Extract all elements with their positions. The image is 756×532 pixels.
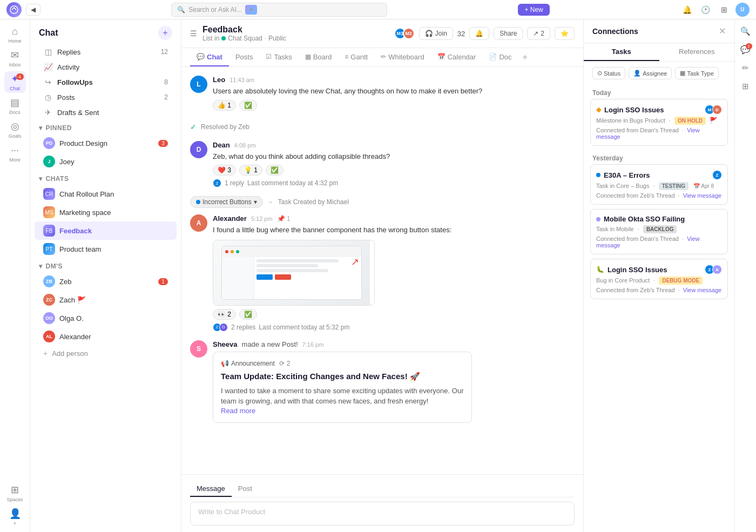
- message-input[interactable]: Write to Chat Product: [190, 502, 575, 526]
- board-tab-icon: ▦: [305, 53, 311, 60]
- notifications-btn[interactable]: 🔔: [680, 3, 694, 17]
- sidebar-item-chat-rollout[interactable]: CR Chat Rollout Plan: [35, 185, 177, 203]
- sidebar-item-drafts[interactable]: ✈ Drafts & Sent: [35, 105, 177, 120]
- alex-reaction-1[interactable]: 👀 2: [213, 309, 236, 320]
- pinned-section-header[interactable]: ▾ Pinned: [30, 120, 181, 134]
- zach-avatar: ZC: [43, 294, 55, 306]
- dean-reaction-1[interactable]: ❤️ 3: [213, 165, 236, 176]
- tab-doc[interactable]: 📄 Doc: [482, 49, 518, 66]
- conn-okta-header: Mobile Okta SSO Failing: [596, 215, 722, 223]
- member-count: 32: [457, 30, 465, 38]
- sidebar-item-inbox[interactable]: ✉ Inbox: [4, 48, 26, 69]
- alex-reaction-2[interactable]: ✅: [239, 309, 257, 320]
- sidebar-item-product-design[interactable]: PD Product Design 3: [35, 134, 177, 152]
- conn-item-login-sso-2[interactable]: 🐛 Login SSO Issues Z A Bug in Core Produ…: [590, 259, 728, 299]
- sidebar-item-marketing-space[interactable]: MS Marketing space: [35, 203, 177, 221]
- sidebar-item-add-member[interactable]: 👤 +: [4, 506, 26, 528]
- resolved-banner: ✓ Resolved by Zeb: [190, 119, 575, 134]
- followups-icon: ↪: [43, 78, 53, 86]
- sidebar-item-product-team[interactable]: PT Product team: [35, 240, 177, 258]
- read-more-link[interactable]: Read more: [221, 407, 464, 415]
- sidebar-item-home[interactable]: ⌂ Home: [4, 24, 26, 45]
- conn-tab-tasks[interactable]: Tasks: [584, 43, 659, 61]
- product-design-badge: 3: [158, 140, 168, 147]
- far-right-chat[interactable]: 💬 2: [738, 42, 753, 57]
- sidebar-item-zach[interactable]: ZC Zach 🚩: [35, 291, 177, 309]
- sidebar-item-replies[interactable]: ◫ Replies 12: [35, 44, 177, 59]
- sidebar-item-zeb[interactable]: ZB Zeb 1: [35, 272, 177, 291]
- filter-status[interactable]: ⊙ Status: [592, 67, 625, 79]
- conn-item-login-sso[interactable]: ◆ Login SSO Issues M D Milestone in Bugs…: [590, 99, 728, 146]
- leo-reaction-2[interactable]: ✅: [239, 100, 257, 111]
- clock-btn[interactable]: 🕐: [699, 3, 713, 17]
- add-member-icon: 👤: [9, 508, 21, 520]
- sidebar-add-button[interactable]: +: [158, 26, 172, 40]
- olga-label: Olga O.: [59, 314, 168, 322]
- app-logo[interactable]: [6, 2, 22, 17]
- tab-gantt[interactable]: ≡ Gantt: [338, 49, 374, 66]
- product-team-label: Product team: [59, 245, 168, 253]
- close-dot: [225, 250, 228, 253]
- sidebar-item-olga[interactable]: OO Olga O.: [35, 309, 177, 327]
- sidebar-item-followups[interactable]: ↪ FollowUps 8: [35, 75, 177, 90]
- dean-reaction-3[interactable]: ✅: [266, 165, 284, 176]
- star-button[interactable]: ⭐: [555, 27, 575, 40]
- sidebar-item-spaces[interactable]: ⊞ Spaces: [4, 482, 26, 504]
- home-icon: ⌂: [12, 26, 18, 37]
- tab-posts[interactable]: Posts: [229, 49, 260, 66]
- share-button[interactable]: Share: [494, 27, 523, 40]
- user-avatar[interactable]: U: [735, 3, 750, 17]
- sidebar-item-chat[interactable]: 4 ✦ Chat: [4, 71, 26, 93]
- far-right-search[interactable]: 🔍: [738, 24, 753, 39]
- icon-sidebar: ⌂ Home ✉ Inbox 4 ✦ Chat ▤ Docs ◎ Goals ·…: [0, 19, 30, 532]
- chats-section-header[interactable]: ▾ Chats: [30, 171, 181, 185]
- tab-board[interactable]: ▦ Board: [299, 49, 339, 66]
- sidebar-item-joey[interactable]: J Joey: [35, 152, 177, 171]
- conn-tab-references[interactable]: References: [659, 43, 735, 61]
- ai-badge[interactable]: ✦: [245, 5, 257, 15]
- connections-close-btn[interactable]: ✕: [719, 26, 726, 36]
- tab-add-btn[interactable]: +: [518, 48, 532, 66]
- sidebar-item-goals[interactable]: ◎ Goals: [4, 119, 26, 140]
- global-search[interactable]: 🔍 Search or Ask AI... ✦: [171, 3, 387, 17]
- alexander-replies[interactable]: Z D 2 replies Last comment today at 5:32…: [213, 323, 575, 332]
- announcement-icon: 📢: [221, 360, 229, 367]
- tab-chat[interactable]: 💬 Chat: [190, 49, 229, 66]
- filter-task-type[interactable]: ▦ Task Type: [675, 67, 718, 79]
- conn-login-sso2-view[interactable]: View message: [683, 287, 721, 293]
- sidebar-item-docs[interactable]: ▤ Docs: [4, 95, 26, 117]
- tasks-tab-icon: ☑: [266, 53, 272, 60]
- add-person-button[interactable]: + Add person: [35, 346, 177, 361]
- share-count-btn[interactable]: ↗ 2: [527, 27, 550, 40]
- far-right-grid[interactable]: ⊞: [738, 79, 753, 94]
- apps-btn[interactable]: ⊞: [717, 3, 731, 17]
- alexander-msg-avatar: A: [190, 214, 207, 232]
- sidebar-item-posts[interactable]: ◷ Posts 2: [35, 90, 177, 105]
- dean-replies[interactable]: Z 1 reply Last comment today at 4:32 pm: [213, 179, 575, 187]
- add-person-label: Add person: [52, 349, 88, 358]
- far-right-pencil[interactable]: ✏: [738, 60, 753, 76]
- nav-back-btn[interactable]: ◀: [26, 4, 40, 16]
- sidebar-item-more[interactable]: ··· More: [4, 143, 26, 164]
- filter-assignee[interactable]: 👤 Assignee: [629, 67, 672, 79]
- tab-calendar[interactable]: 📅 Calendar: [431, 49, 483, 66]
- input-tab-post[interactable]: Post: [232, 481, 259, 497]
- tab-tasks[interactable]: ☑ Tasks: [259, 49, 298, 66]
- new-button[interactable]: + New: [518, 4, 549, 16]
- conn-e30a-view[interactable]: View message: [683, 192, 721, 199]
- input-tab-message[interactable]: Message: [190, 481, 232, 497]
- dean-reaction-2[interactable]: 💡 1: [239, 165, 262, 176]
- tab-whiteboard[interactable]: ✏ Whiteboard: [374, 49, 430, 66]
- join-button[interactable]: 🎧 Join: [419, 27, 453, 40]
- conn-login-sso-title: ◆ Login SSO Issues: [596, 106, 664, 114]
- sidebar-item-feedback[interactable]: FB Feedback: [35, 221, 177, 240]
- dms-section-header[interactable]: ▾ DM's: [30, 258, 181, 272]
- notifications-channel-btn[interactable]: 🔔: [469, 27, 489, 40]
- conn-item-mobile-okta[interactable]: Mobile Okta SSO Failing Task in Mobile ·…: [590, 209, 728, 254]
- sidebar-item-activity[interactable]: 📈 Activity: [35, 59, 177, 75]
- leo-reaction-1[interactable]: 👍 1: [213, 100, 236, 111]
- conn-login-sso2-source: Connected from Zeb's Thread · View messa…: [596, 287, 722, 293]
- conn-item-e30a[interactable]: E30A – Errors Z Task in Core – Bugs · TE…: [590, 164, 728, 205]
- task-pill[interactable]: Incorrect Buttons ▾: [190, 196, 263, 208]
- sidebar-item-alexander[interactable]: AL Alexander: [35, 327, 177, 346]
